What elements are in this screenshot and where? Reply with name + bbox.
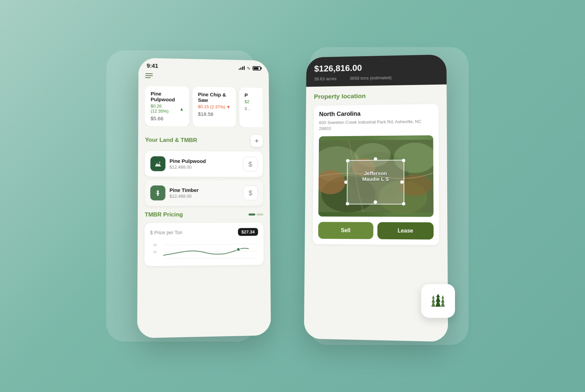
- phone-left-content: Pine Pulpwood $0.26 (12.35%) ▲ $5.66 Pin…: [137, 72, 271, 338]
- pricing-card-value-1: $5.66: [151, 115, 184, 122]
- map-selection-box: [347, 160, 404, 204]
- property-address: 600 Sweeten Creek Industrial Park Rd, As…: [319, 118, 433, 132]
- pricing-card-title-2: Pine Chip & Saw: [198, 91, 231, 103]
- svg-text:26: 26: [153, 250, 156, 254]
- add-land-button[interactable]: +: [251, 135, 263, 147]
- status-bar-left: 9:41 ∿: [138, 58, 269, 74]
- tmbr-trees-icon: [428, 292, 448, 309]
- action-buttons: Sell Lease: [318, 222, 434, 240]
- pricing-card-pine-pulpwood[interactable]: Pine Pulpwood $0.26 (12.35%) ▲ $5.66: [145, 86, 189, 126]
- pricing-card-title-3: P: [244, 92, 262, 98]
- tmbr-pricing-title: TMBR Pricing: [145, 211, 183, 218]
- land-icon-mountain: [150, 156, 166, 171]
- land-value-1: $12,488.00: [170, 165, 206, 170]
- svg-line-2: [164, 251, 255, 252]
- signal-icon: [239, 66, 245, 70]
- land-value-2: $12,488.00: [170, 194, 199, 199]
- dot-1: [248, 214, 255, 216]
- status-time-left: 9:41: [147, 63, 158, 69]
- phone-left: 9:41 ∿: [137, 58, 271, 338]
- price-label: $ Price per Ton: [150, 230, 182, 235]
- land-name-1: Pine Pulpwood: [170, 158, 206, 164]
- pricing-card-partial[interactable]: P $2 $...: [239, 88, 263, 127]
- your-land-title: Your Land & TMBR: [145, 137, 197, 144]
- sell-button[interactable]: Sell: [318, 222, 373, 239]
- pricing-card-change-1: $0.26 (12.35%) ▲: [151, 104, 184, 114]
- svg-line-3: [164, 258, 255, 259]
- main-scene: 9:41 ∿: [89, 54, 496, 338]
- status-icons-left: ∿: [239, 65, 261, 71]
- land-name-2: Pine Timber: [170, 187, 199, 193]
- wifi-icon: ∿: [247, 65, 251, 71]
- tmbr-pagination-dots: [248, 214, 263, 216]
- phone-left-screen: 9:41 ∿: [137, 58, 271, 338]
- price-chart-card: $ Price per Ton $27.34 28 26: [145, 222, 264, 266]
- svg-point-6: [237, 248, 240, 251]
- property-name: North Carolina: [319, 109, 433, 118]
- price-card-header: $ Price per Ton $27.34: [150, 228, 258, 236]
- dollar-button-2[interactable]: $: [243, 186, 258, 200]
- svg-point-0: [159, 162, 160, 163]
- tmbr-pricing-section: TMBR Pricing $ Price per Ton $27.34: [145, 211, 264, 266]
- dollar-button-1[interactable]: $: [243, 157, 257, 172]
- property-card: North Carolina 600 Sweeten Creek Industr…: [313, 104, 439, 245]
- pricing-card-change-3: $2: [244, 99, 262, 105]
- property-map[interactable]: Jefferson Maudie L S: [318, 135, 433, 217]
- battery-icon: [253, 66, 261, 70]
- property-acres: 39.63 acres: [314, 76, 337, 82]
- your-land-header: Your Land & TMBR +: [145, 134, 263, 147]
- pricing-card-title-1: Pine Pulpwood: [151, 91, 184, 103]
- price-chart: 28 26: [150, 239, 258, 260]
- map-background: Jefferson Maudie L S: [318, 135, 433, 217]
- property-location-title: Property location: [314, 91, 438, 101]
- pricing-card-change-2: $0.15 (2.37%) ▼: [198, 104, 231, 109]
- land-item-pine-pulpwood[interactable]: Pine Pulpwood $12,488.00 $: [145, 151, 263, 177]
- pricing-card-value-3: $...: [244, 106, 262, 111]
- property-stats: 39.63 acres 3658 tons (estimated): [314, 74, 438, 81]
- svg-text:28: 28: [153, 243, 157, 247]
- tmbr-pricing-header: TMBR Pricing: [145, 211, 263, 218]
- land-item-pine-timber[interactable]: Pine Timber $12,488.00 $: [145, 180, 263, 206]
- property-price: $126,816.00: [314, 61, 438, 74]
- pricing-cards-row: Pine Pulpwood $0.26 (12.35%) ▲ $5.66 Pin…: [145, 86, 263, 127]
- app-icon[interactable]: [421, 284, 455, 318]
- lease-button[interactable]: Lease: [377, 222, 434, 240]
- dot-2: [257, 214, 263, 216]
- pricing-card-value-2: $18.58: [198, 111, 231, 117]
- chart-svg: 28 26: [150, 239, 258, 260]
- price-badge: $27.34: [238, 228, 258, 236]
- land-icon-tree: [150, 186, 166, 200]
- right-top-card: $126,816.00 39.63 acres 3658 tons (estim…: [306, 55, 447, 87]
- svg-line-1: [164, 244, 255, 245]
- pricing-card-pine-chip[interactable]: Pine Chip & Saw $0.15 (2.37%) ▼ $18.58: [193, 87, 236, 127]
- property-tons: 3658 tons (estimated): [350, 75, 392, 81]
